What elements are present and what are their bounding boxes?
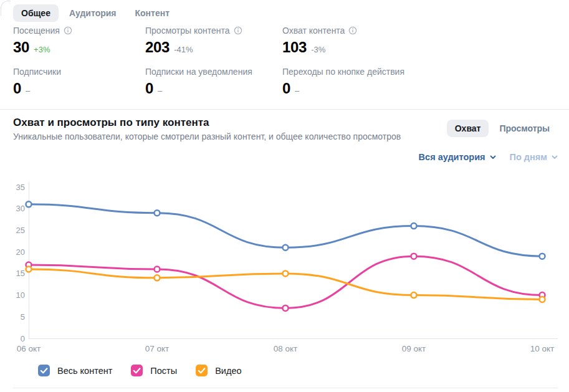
reach-views-toggle: Охват Просмотры [447, 120, 558, 137]
audience-filter-dropdown[interactable]: Вся аудитория [419, 152, 496, 162]
toggle-views-button[interactable]: Просмотры [491, 120, 558, 137]
tab-general[interactable]: Общее [13, 4, 59, 22]
chevron-down-icon [552, 155, 558, 160]
legend-label: Посты [150, 366, 177, 376]
legend-label: Видео [215, 366, 241, 376]
period-filter-dropdown[interactable]: По дням [510, 152, 558, 162]
legend-item-3[interactable]: Видео [196, 365, 241, 376]
data-point[interactable] [155, 266, 160, 272]
data-point[interactable] [411, 223, 417, 229]
x-tick-label: 06 окт [17, 344, 41, 353]
info-icon[interactable] [64, 26, 72, 35]
stat-action-button-clicks: Переходы по кнопке действия 0 – [282, 65, 544, 107]
data-point[interactable] [155, 275, 160, 280]
stat-label: Посещения [13, 26, 60, 36]
y-tick-label: 15 [16, 269, 25, 278]
chart-legend: Весь контентПостыВидео [38, 365, 242, 376]
data-point[interactable] [540, 297, 545, 302]
data-point[interactable] [283, 270, 289, 276]
legend-item-2[interactable]: Посты [131, 365, 177, 376]
stat-delta: – [295, 86, 299, 95]
legend-checkbox-checked[interactable] [131, 365, 143, 376]
section-title: Охват и просмотры по типу контента [13, 117, 449, 129]
tab-content[interactable]: Контент [127, 4, 178, 22]
stat-label: Подписчики [13, 67, 61, 77]
bottom-divider [13, 388, 558, 388]
data-point[interactable] [155, 210, 160, 216]
stat-value: 103 [282, 39, 307, 56]
chevron-down-icon [490, 155, 496, 160]
data-point[interactable] [283, 305, 289, 311]
stat-content-reach: Охват контента 103 -3% [282, 24, 544, 65]
y-tick-label: 25 [16, 226, 25, 235]
y-tick-label: 35 [16, 183, 25, 192]
section-header: Охват и просмотры по типу контента Уника… [13, 117, 449, 141]
legend-checkbox-checked[interactable] [196, 365, 208, 376]
reach-views-chart: 0510152025303506 окт07 окт08 окт09 окт10… [0, 175, 569, 357]
legend-label: Весь контент [57, 366, 112, 376]
legend-checkbox-checked[interactable] [38, 365, 50, 376]
stat-delta: -3% [311, 45, 325, 54]
stat-value: 0 [282, 80, 290, 97]
series-line [29, 256, 542, 308]
data-point[interactable] [540, 254, 545, 259]
y-tick-label: 20 [16, 247, 25, 257]
stat-delta: – [158, 86, 162, 95]
stat-content-views: Просмотры контента 203 -41% [145, 24, 282, 65]
section-divider [0, 109, 569, 110]
stat-delta: +3% [34, 45, 50, 54]
stat-label: Просмотры контента [145, 26, 230, 36]
x-tick-label: 08 окт [274, 344, 298, 353]
y-tick-label: 5 [21, 312, 25, 322]
stat-label: Подписки на уведомления [145, 67, 252, 77]
stat-value: 203 [145, 39, 170, 56]
card-corner [1, 1, 11, 16]
summary-stats: Посещения 30 +3% Просмотры контента 203 … [13, 24, 544, 107]
stat-delta: -41% [174, 45, 193, 54]
data-point[interactable] [26, 201, 32, 207]
stat-delta: – [26, 86, 30, 95]
stat-label: Охват контента [282, 26, 345, 36]
info-icon[interactable] [234, 26, 242, 35]
y-tick-label: 30 [16, 204, 25, 213]
section-subtitle: Уникальные пользователи, которые смотрел… [13, 131, 449, 141]
data-point[interactable] [283, 245, 289, 251]
tab-audience[interactable]: Аудитория [61, 4, 125, 22]
stat-visits: Посещения 30 +3% [13, 24, 145, 65]
stat-value: 0 [145, 80, 153, 97]
stat-notification-subs: Подписки на уведомления 0 – [145, 65, 282, 107]
y-tick-label: 0 [21, 334, 25, 343]
x-tick-label: 07 окт [145, 344, 170, 353]
info-icon[interactable] [348, 26, 357, 35]
data-point[interactable] [26, 266, 32, 272]
y-tick-label: 10 [16, 290, 25, 300]
stat-value: 0 [13, 80, 21, 97]
legend-item-1[interactable]: Весь контент [38, 365, 112, 376]
stat-subscribers: Подписчики 0 – [13, 65, 145, 107]
x-tick-label: 10 окт [530, 344, 555, 353]
stats-tabs: Общее Аудитория Контент [13, 4, 178, 22]
x-tick-label: 09 окт [402, 344, 426, 353]
chart-filters: Вся аудитория По дням [419, 152, 558, 162]
stat-label: Переходы по кнопке действия [282, 67, 404, 77]
stat-value: 30 [13, 39, 29, 56]
data-point[interactable] [411, 254, 417, 259]
toggle-reach-button[interactable]: Охват [447, 120, 489, 137]
data-point[interactable] [411, 292, 417, 298]
